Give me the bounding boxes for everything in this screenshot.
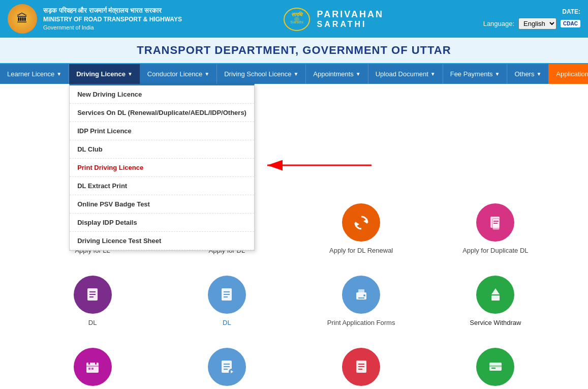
navbar: Learner Licence ▼ Driving Licence ▼ New …: [0, 64, 588, 84]
svg-rect-27: [224, 296, 228, 297]
dl-services-label: DL: [88, 319, 97, 327]
dropdown-online-psv[interactable]: Online PSV Badge Test: [70, 195, 254, 214]
svg-rect-48: [358, 366, 364, 367]
nav-driving-licence[interactable]: Driving Licence ▼ New Driving Licence Se…: [69, 64, 140, 84]
dl-label2-label: DL: [223, 319, 231, 327]
icon-service-withdraw[interactable]: Service Withdraw: [434, 268, 558, 335]
svg-rect-38: [88, 368, 90, 370]
dropdown-dl-club[interactable]: DL Club: [70, 140, 254, 159]
service-withdraw-icon: [476, 276, 514, 314]
dropdown-dl-test-sheet[interactable]: Driving Licence Test Sheet: [70, 232, 254, 250]
dropdown-dl-test-sheet-label: Driving Licence Test Sheet: [77, 237, 161, 245]
dl-services-icon: [74, 276, 112, 314]
dropdown-services-dl-label: Services On DL (Renewal/Duplicate/AEDL/I…: [77, 109, 246, 116]
header: 🏛 सड़क परिवहन और राजमार्ग मंत्रालय भारत …: [0, 0, 588, 38]
svg-rect-19: [493, 223, 498, 224]
nav-fee-payments[interactable]: Fee Payments ▼: [443, 64, 508, 84]
icon-apply-dl-renewal[interactable]: Apply for DL Renewal: [299, 196, 423, 263]
nav-driving-school-label: Driving School Licence: [224, 70, 291, 78]
nav-appointments-label: Appointments: [313, 70, 354, 78]
svg-rect-41: [224, 364, 230, 365]
dropdown-online-psv-label: Online PSV Badge Test: [77, 200, 150, 208]
brand-name-block: PARIVAHAN SARATHI: [317, 9, 384, 29]
nav-others[interactable]: Others ▼: [507, 64, 549, 84]
apply-duplicate-dl-icon: [476, 203, 514, 242]
svg-rect-39: [91, 368, 94, 370]
language-label: Language:: [483, 20, 514, 27]
brand-sub: SARATHI: [317, 20, 384, 29]
dropdown-dl-extract[interactable]: DL Extract Print: [70, 177, 254, 195]
svg-marker-33: [491, 288, 500, 294]
svg-rect-30: [358, 297, 364, 298]
date-text: DATE:: [562, 8, 580, 15]
icon-dl-label2[interactable]: DL: [165, 268, 289, 335]
dept-banner-text: TRANSPORT DEPARTMENT, GOVERNMENT OF UTTA…: [137, 44, 451, 56]
govt-logo: 🏛: [8, 4, 37, 34]
svg-rect-36: [95, 361, 97, 365]
language-select[interactable]: English Hindi: [518, 18, 556, 29]
dropdown-dl-extract-label: DL Extract Print: [77, 182, 127, 190]
nav-fee-label: Fee Payments: [450, 70, 493, 78]
dropdown-new-dl[interactable]: New Driving Licence: [70, 85, 254, 104]
dropdown-print-dl[interactable]: Print Driving Licence: [70, 159, 254, 177]
svg-rect-49: [358, 369, 362, 370]
icon-check-payment[interactable]: Check Payment Status: [434, 340, 558, 389]
svg-rect-26: [224, 294, 230, 295]
svg-point-31: [363, 294, 365, 296]
icon-print-app-forms[interactable]: Print Application Forms: [299, 268, 423, 335]
cdac-badge: CDAC: [561, 20, 580, 27]
svg-rect-47: [358, 364, 364, 365]
icon-grid-row2: DL DL Print Application Forms Service Wi…: [10, 263, 578, 340]
nav-driving-school-licence[interactable]: Driving School Licence ▼: [217, 64, 306, 84]
dropdown-services-dl[interactable]: Services On DL (Renewal/Duplicate/AEDL/I…: [70, 104, 254, 122]
svg-rect-25: [224, 291, 230, 292]
svg-rect-23: [89, 296, 94, 297]
svg-rect-43: [224, 369, 228, 370]
tutorial-ll-icon: [208, 348, 246, 386]
svg-rect-37: [86, 366, 99, 367]
nav-others-label: Others: [514, 70, 534, 78]
svg-text:सारथि: सारथि: [291, 11, 303, 17]
icon-apply-duplicate-dl[interactable]: Apply for Duplicate DL: [434, 196, 558, 263]
svg-rect-17: [492, 219, 500, 230]
nav-upload-label: Upload Document: [376, 70, 428, 78]
nav-application-label: Application: [556, 70, 588, 78]
svg-rect-21: [89, 291, 96, 292]
dropdown-print-dl-label: Print Driving Licence: [77, 164, 143, 171]
icon-appointments[interactable]: Appointments: [30, 340, 154, 389]
nav-fee-caret: ▼: [495, 71, 500, 77]
header-line1: सड़क परिवहन और राजमार्ग मंत्रालय भारत सर…: [43, 6, 182, 15]
svg-rect-52: [491, 368, 496, 369]
icon-tutorial-ll[interactable]: Tutorial for LL Test: [165, 340, 289, 389]
header-line2: MINISTRY OF ROAD TRANSPORT & HIGHWAYS: [43, 15, 182, 24]
nav-driving-caret: ▼: [128, 71, 133, 77]
nav-upload-document[interactable]: Upload Document ▼: [368, 64, 443, 84]
sarathi-logo: सारथि Sarathi PARIVAHAN SARATHI: [282, 5, 384, 33]
svg-rect-22: [89, 294, 96, 295]
print-app-forms-label: Print Application Forms: [327, 319, 395, 327]
nav-conductor-licence[interactable]: Conductor Licence ▼: [140, 64, 217, 84]
nav-appointments-caret: ▼: [356, 71, 361, 77]
nav-conductor-caret: ▼: [204, 71, 209, 77]
header-line3: Government of India: [43, 24, 182, 32]
dropdown-display-idp[interactable]: Display IDP Details: [70, 214, 254, 232]
apply-dl-renewal-label: Apply for DL Renewal: [329, 247, 393, 255]
language-row[interactable]: Language: English Hindi CDAC: [483, 18, 580, 29]
nav-conductor-label: Conductor Licence: [147, 70, 202, 78]
header-center: सारथि Sarathi PARIVAHAN SARATHI: [182, 5, 483, 33]
nav-appointments[interactable]: Appointments ▼: [306, 64, 368, 84]
icon-pending-app[interactable]: Complete your Pending Application: [299, 340, 423, 389]
nav-application[interactable]: Application: [549, 64, 588, 84]
dropdown-dl-club-label: DL Club: [77, 145, 103, 153]
header-text: सड़क परिवहन और राजमार्ग मंत्रालय भारत सर…: [43, 6, 182, 32]
driving-licence-dropdown: New Driving Licence Services On DL (Rene…: [69, 84, 255, 251]
dept-banner: TRANSPORT DEPARTMENT, GOVERNMENT OF UTTA…: [0, 38, 588, 64]
svg-rect-32: [491, 295, 500, 301]
dropdown-idp-print[interactable]: IDP Print Licence: [70, 122, 254, 140]
svg-point-3: [294, 17, 299, 22]
svg-marker-15: [355, 222, 359, 227]
icon-dl-services[interactable]: DL: [30, 268, 154, 335]
nav-others-caret: ▼: [536, 71, 541, 77]
svg-rect-51: [489, 365, 502, 367]
nav-learner-licence[interactable]: Learner Licence ▼: [0, 64, 69, 84]
